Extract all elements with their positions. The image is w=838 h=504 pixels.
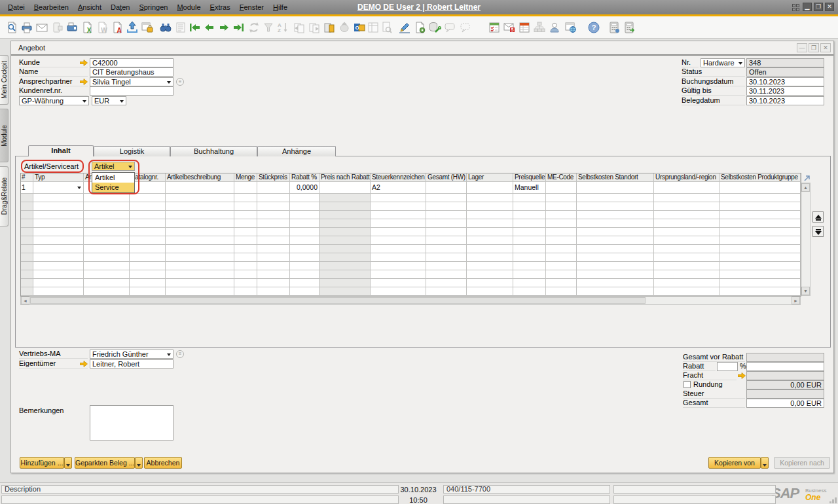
dropdown-option-service[interactable]: Service	[92, 183, 134, 192]
column-header-preis-nach-rabatt[interactable]: Preis nach Rabatt	[319, 173, 371, 182]
move-row-down-button[interactable]	[812, 226, 824, 237]
field-ansprechpartner[interactable]: Silvia Tingel	[90, 77, 173, 86]
cell-empty[interactable]	[234, 194, 257, 202]
cell-empty[interactable]	[84, 279, 130, 287]
cell-empty[interactable]	[20, 236, 33, 245]
cell-empty[interactable]	[577, 211, 654, 219]
item-type-combo[interactable]: Artikel	[92, 162, 135, 171]
field-series-combo[interactable]: Hardware	[701, 58, 745, 67]
cell-empty[interactable]	[130, 270, 166, 279]
document-generation-icon[interactable]	[413, 21, 426, 34]
cell-empty[interactable]	[166, 211, 234, 219]
cell-empty[interactable]	[234, 228, 257, 236]
payment-calculator-icon[interactable]	[623, 21, 636, 34]
cell-empty[interactable]	[33, 287, 84, 296]
cell-empty[interactable]	[166, 228, 234, 236]
chat-icon[interactable]	[443, 21, 456, 34]
cell-empty[interactable]	[20, 262, 33, 270]
previous-record-icon[interactable]	[203, 21, 216, 34]
cell-empty[interactable]	[513, 262, 546, 270]
cell-empty[interactable]	[20, 245, 33, 253]
cell-empty[interactable]	[257, 253, 290, 262]
cell-empty[interactable]	[577, 228, 654, 236]
field-vertriebs-ma[interactable]: Friedrich Günther	[90, 350, 173, 359]
cell-empty[interactable]	[234, 245, 257, 253]
cell-empty[interactable]	[720, 194, 801, 202]
cell-empty[interactable]	[546, 211, 577, 219]
cell-empty[interactable]	[257, 228, 290, 236]
cell-empty[interactable]	[319, 219, 371, 228]
hinzuf-gen-split-button[interactable]	[64, 457, 72, 469]
chat-history-icon[interactable]	[458, 21, 471, 34]
cell-empty[interactable]	[234, 279, 257, 287]
cell-empty[interactable]	[33, 245, 84, 253]
cell-empty[interactable]	[257, 202, 290, 211]
geparkten-beleg-button[interactable]: Geparkten Beleg ...	[75, 457, 135, 469]
dropdown-arrow-icon[interactable]	[738, 62, 742, 65]
cell-empty[interactable]	[546, 219, 577, 228]
find-icon[interactable]	[159, 21, 172, 34]
minimize-button[interactable]: ▁	[803, 3, 812, 11]
cell-empty[interactable]	[577, 194, 654, 202]
field-belegdatum[interactable]: 30.10.2023	[746, 96, 824, 105]
cell-empty[interactable]	[234, 270, 257, 279]
sidebar-tab-mein-cockpit[interactable]: Mein Cockpit	[0, 55, 9, 105]
database-tools-icon[interactable]	[428, 21, 441, 34]
cell-empty[interactable]	[371, 211, 426, 219]
cell-empty[interactable]	[20, 253, 33, 262]
cell-empty[interactable]	[257, 211, 290, 219]
cell-empty[interactable]	[257, 245, 290, 253]
cell-empty[interactable]	[546, 236, 577, 245]
cell-row1-col13[interactable]	[546, 182, 577, 194]
cell-empty[interactable]	[371, 219, 426, 228]
cell-empty[interactable]	[371, 287, 426, 296]
column-header-menge[interactable]: Menge	[234, 173, 257, 182]
cell-empty[interactable]	[426, 202, 467, 211]
cell-empty[interactable]	[234, 236, 257, 245]
scroll-right-icon[interactable]: ►	[792, 297, 800, 304]
export-excel-icon[interactable]: X	[81, 21, 94, 34]
tab-buchhaltung[interactable]: Buchhaltung	[170, 146, 257, 156]
define-new-icon[interactable]: ≡	[176, 78, 184, 86]
close-button[interactable]: ✕	[825, 3, 834, 11]
cell-empty[interactable]	[257, 194, 290, 202]
edit-icon[interactable]	[398, 21, 411, 34]
cell-empty[interactable]	[319, 253, 371, 262]
cell-empty[interactable]	[513, 211, 546, 219]
cell-empty[interactable]	[513, 194, 546, 202]
cell-empty[interactable]	[319, 279, 371, 287]
document-journal-icon[interactable]	[323, 21, 336, 34]
cell-empty[interactable]	[654, 270, 720, 279]
cell-empty[interactable]	[234, 219, 257, 228]
cell-empty[interactable]	[371, 202, 426, 211]
cell-row1-col0[interactable]: 1	[20, 182, 33, 194]
cell-empty[interactable]	[654, 228, 720, 236]
cell-empty[interactable]	[84, 253, 130, 262]
cell-empty[interactable]	[319, 245, 371, 253]
cell-empty[interactable]	[234, 287, 257, 296]
cell-empty[interactable]	[166, 270, 234, 279]
column-header-ursprungsland-region[interactable]: Ursprungsland/-region	[654, 173, 720, 182]
cell-empty[interactable]	[84, 236, 130, 245]
cell-empty[interactable]	[290, 236, 319, 245]
cell-empty[interactable]	[577, 270, 654, 279]
cell-empty[interactable]	[33, 211, 84, 219]
cell-empty[interactable]	[130, 219, 166, 228]
cell-row1-col7[interactable]: 0,0000	[290, 182, 319, 194]
cell-empty[interactable]	[426, 245, 467, 253]
cell-empty[interactable]	[290, 228, 319, 236]
cell-empty[interactable]	[319, 211, 371, 219]
cell-empty[interactable]	[84, 219, 130, 228]
dropdown-option-artikel[interactable]: Artikel	[92, 173, 134, 183]
cell-empty[interactable]	[290, 202, 319, 211]
web-browser-icon[interactable]	[564, 21, 577, 34]
cell-empty[interactable]	[577, 287, 654, 296]
field-eigent-mer[interactable]: Leitner, Robert	[90, 359, 173, 369]
cell-empty[interactable]	[20, 279, 33, 287]
cell-empty[interactable]	[720, 219, 801, 228]
cell-empty[interactable]	[84, 211, 130, 219]
restore-button[interactable]: ❐	[814, 3, 823, 11]
document-overview-icon[interactable]	[174, 21, 187, 34]
cell-empty[interactable]	[371, 279, 426, 287]
cell-empty[interactable]	[720, 279, 801, 287]
